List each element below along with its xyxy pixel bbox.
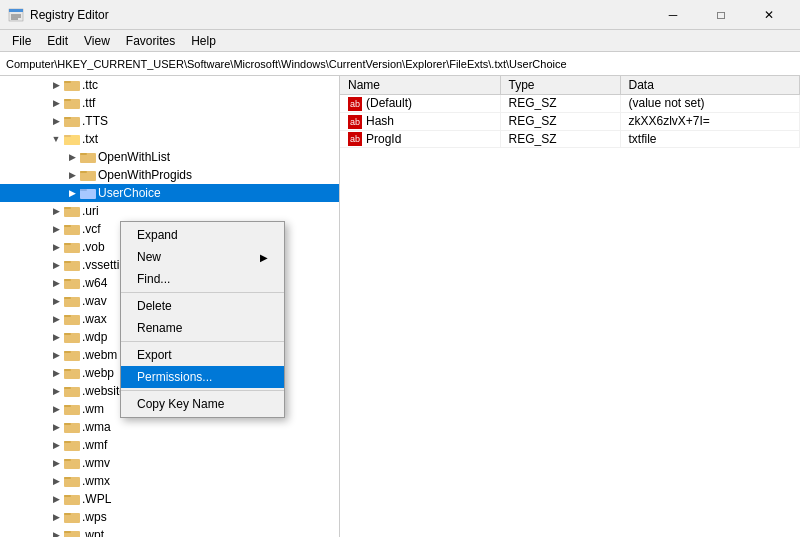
tree-item-ttf[interactable]: ▶ .ttf [0,94,339,112]
col-type: Type [500,76,620,95]
folder-icon [64,474,80,488]
tree-label: .webm [82,348,117,362]
right-panel: Name Type Data ab(Default) REG_SZ (value… [340,76,800,537]
svg-rect-53 [64,495,71,497]
folder-icon [64,456,80,470]
reg-value-icon: ab [348,115,362,129]
tree-arrow: ▶ [48,386,64,396]
folder-icon [64,402,80,416]
menu-favorites[interactable]: Favorites [118,32,183,50]
tree-item-userchoice[interactable]: ▶ UserChoice [0,184,339,202]
svg-rect-15 [80,153,87,155]
svg-rect-37 [64,351,71,353]
folder-icon [64,348,80,362]
svg-rect-10 [64,117,71,119]
tree-arrow: ▶ [48,116,64,126]
minimize-button[interactable]: ─ [650,0,696,30]
svg-rect-57 [64,531,71,533]
tree-item-wma[interactable]: ▶ .wma [0,418,339,436]
tree-item-uri[interactable]: ▶ .uri [0,202,339,220]
ctx-find-label: Find... [137,272,170,286]
close-button[interactable]: ✕ [746,0,792,30]
svg-rect-35 [64,333,71,335]
folder-icon [64,222,80,236]
tree-label: .wdp [82,330,107,344]
ctx-copy-key-name[interactable]: Copy Key Name [121,393,284,415]
window-controls: ─ □ ✕ [650,0,792,30]
tree-arrow: ▶ [48,368,64,378]
tree-arrow: ▶ [48,350,64,360]
table-row[interactable]: abProgId REG_SZ txtfile [340,130,800,148]
folder-icon [64,366,80,380]
folder-icon [64,294,80,308]
tree-arrow: ▶ [64,170,80,180]
folder-icon [64,240,80,254]
ctx-new-label: New [137,250,161,264]
ctx-permissions[interactable]: Permissions... [121,366,284,388]
tree-arrow: ▶ [48,206,64,216]
tree-arrow: ▶ [48,80,64,90]
ctx-new-arrow: ▶ [260,252,268,263]
svg-rect-8 [64,99,71,101]
svg-rect-31 [64,297,71,299]
menu-help[interactable]: Help [183,32,224,50]
tree-item-wmv[interactable]: ▶ .wmv [0,454,339,472]
ctx-export[interactable]: Export [121,344,284,366]
menu-edit[interactable]: Edit [39,32,76,50]
table-row[interactable]: ab(Default) REG_SZ (value not set) [340,95,800,113]
ctx-expand[interactable]: Expand [121,224,284,246]
tree-arrow: ▶ [48,530,64,537]
tree-arrow: ▶ [48,476,64,486]
tree-item-txt[interactable]: ▼ .txt [0,130,339,148]
main-content: ▶ .ttc ▶ .ttf ▶ .TTS ▼ .txt ▶ OpenWithL [0,76,800,537]
ctx-rename[interactable]: Rename [121,317,284,339]
tree-label: OpenWithList [98,150,170,164]
svg-rect-21 [64,207,71,209]
tree-item-ttc[interactable]: ▶ .ttc [0,76,339,94]
folder-icon [64,276,80,290]
tree-arrow: ▶ [48,314,64,324]
tree-item-TTS[interactable]: ▶ .TTS [0,112,339,130]
menu-view[interactable]: View [76,32,118,50]
tree-item-WPL[interactable]: ▶ .WPL [0,490,339,508]
reg-name: ab(Default) [340,95,500,113]
svg-rect-27 [64,261,71,263]
tree-arrow: ▶ [48,458,64,468]
table-row[interactable]: abHash REG_SZ zkXX6zlvX+7I= [340,112,800,130]
tree-arrow: ▶ [48,512,64,522]
ctx-find[interactable]: Find... [121,268,284,290]
tree-item-wps[interactable]: ▶ .wps [0,508,339,526]
tree-arrow: ▶ [48,494,64,504]
address-text: Computer\HKEY_CURRENT_USER\Software\Micr… [6,58,567,70]
svg-rect-47 [64,441,71,443]
tree-item-openwithprogids[interactable]: ▶ OpenWithProgids [0,166,339,184]
folder-icon [64,204,80,218]
app-icon [8,7,24,23]
tree-arrow: ▶ [48,332,64,342]
ctx-new[interactable]: New ▶ [121,246,284,268]
tree-label: .uri [82,204,99,218]
tree-item-wpt[interactable]: ▶ .wpt [0,526,339,537]
address-bar: Computer\HKEY_CURRENT_USER\Software\Micr… [0,52,800,76]
folder-icon [64,78,80,92]
tree-label: .w64 [82,276,107,290]
tree-label: .vcf [82,222,101,236]
col-name: Name [340,76,500,95]
ctx-permissions-label: Permissions... [137,370,212,384]
context-menu: Expand New ▶ Find... Delete Rename Expor… [120,221,285,418]
tree-label: .wps [82,510,107,524]
tree-item-wmf[interactable]: ▶ .wmf [0,436,339,454]
maximize-button[interactable]: □ [698,0,744,30]
tree-label: .vob [82,240,105,254]
menu-file[interactable]: File [4,32,39,50]
tree-item-openwithlist[interactable]: ▶ OpenWithList [0,148,339,166]
tree-item-wmx[interactable]: ▶ .wmx [0,472,339,490]
ctx-delete[interactable]: Delete [121,295,284,317]
svg-rect-25 [64,243,71,245]
folder-icon [64,312,80,326]
ctx-separator-1 [121,292,284,293]
ctx-delete-label: Delete [137,299,172,313]
folder-icon [64,438,80,452]
tree-label: .WPL [82,492,111,506]
folder-open-icon [64,132,80,146]
